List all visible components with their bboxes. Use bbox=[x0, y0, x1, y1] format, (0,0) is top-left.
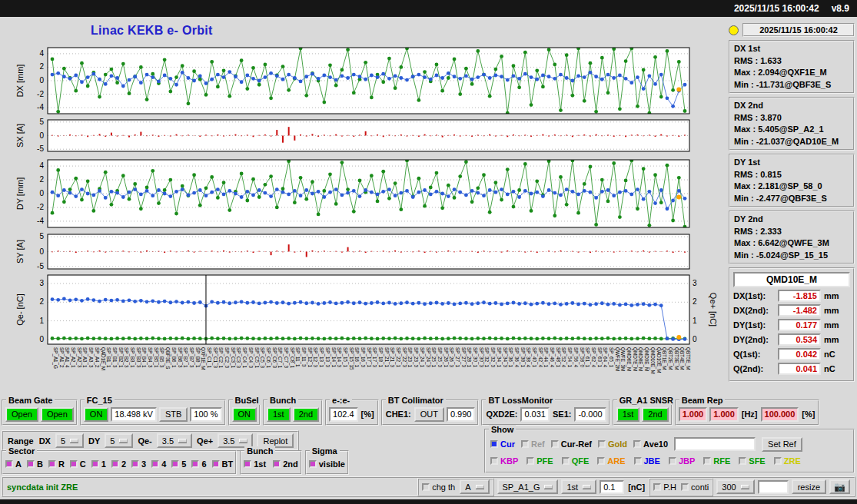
range-dx-select[interactable]: 5 bbox=[55, 433, 84, 448]
beam-rep-field-3: 100.000 bbox=[761, 407, 799, 422]
gr-a1-2nd-button[interactable]: 2nd bbox=[642, 407, 668, 422]
checkbox-box bbox=[27, 460, 35, 468]
checkbox-label: B bbox=[37, 459, 43, 469]
checkbox-box bbox=[422, 483, 430, 491]
sector-3-checkbox[interactable]: 3 bbox=[131, 459, 146, 469]
region-jbe-checkbox[interactable]: JBE bbox=[634, 456, 660, 466]
beam-rep-legend: Beam Rep bbox=[679, 396, 726, 405]
svg-text:SX [A]: SX [A] bbox=[15, 124, 25, 148]
show-ave10-checkbox[interactable]: Ave10 bbox=[633, 439, 668, 449]
threshold-input[interactable] bbox=[600, 480, 624, 494]
svg-text:SP_54_1: SP_54_1 bbox=[566, 347, 573, 367]
set-ref-button[interactable]: Set Ref bbox=[762, 437, 802, 452]
show-cur-ref-checkbox[interactable]: Cur-Ref bbox=[551, 439, 592, 449]
fc15-on-button[interactable]: ON bbox=[84, 407, 109, 422]
svg-text:SP_B2_1: SP_B2_1 bbox=[118, 347, 124, 368]
region-sfe-checkbox[interactable]: SFE bbox=[739, 456, 765, 466]
beam-rep-field-1: 1.000 bbox=[679, 407, 708, 422]
monitor-row: DY(1st):0.177mm bbox=[733, 319, 850, 331]
sector-legend: Sector bbox=[6, 446, 37, 456]
bunch-2nd-checkbox[interactable]: 2nd bbox=[273, 459, 298, 469]
checkbox-label: JBP bbox=[679, 456, 695, 466]
checkbox-box bbox=[634, 457, 642, 465]
region-zre-checkbox[interactable]: ZRE bbox=[774, 456, 801, 466]
svg-text:SP_26_1: SP_26_1 bbox=[443, 347, 449, 367]
svg-text:SP_25_3: SP_25_3 bbox=[437, 347, 443, 367]
svg-text:QMD6E_M: QMD6E_M bbox=[626, 347, 632, 371]
sector-4-checkbox[interactable]: 4 bbox=[151, 459, 166, 469]
svg-text:SP_64_4: SP_64_4 bbox=[602, 347, 608, 367]
bunch-number-select[interactable]: 1st bbox=[561, 479, 596, 494]
ref-name-input[interactable] bbox=[674, 437, 756, 451]
region-are-checkbox[interactable]: ARE bbox=[597, 456, 625, 466]
svg-text:4: 4 bbox=[39, 161, 44, 170]
sector-b-checkbox[interactable]: B bbox=[27, 459, 43, 469]
che1-label: CHE1: bbox=[385, 410, 412, 419]
svg-text:SP_12_1: SP_12_1 bbox=[307, 347, 313, 367]
checkbox-label: 1st bbox=[254, 459, 266, 469]
resize-button[interactable]: resize bbox=[792, 479, 826, 494]
sector-6-checkbox[interactable]: 6 bbox=[191, 459, 206, 469]
sector-5-checkbox[interactable]: 5 bbox=[171, 459, 186, 469]
window-titlebar: 2025/11/15 16:00:42 v8.9 bbox=[0, 0, 857, 17]
sector-2-checkbox[interactable]: 2 bbox=[111, 459, 126, 469]
bunch-1st-checkbox[interactable]: 1st bbox=[244, 459, 266, 469]
svg-text:SP_32_3: SP_32_3 bbox=[490, 347, 496, 367]
svg-text:SP_14_3: SP_14_3 bbox=[336, 347, 342, 367]
bt-collimator-group: BT Collimator CHE1: OUT 0.990 bbox=[381, 400, 480, 426]
region-rfe-checkbox[interactable]: RFE bbox=[703, 456, 730, 466]
checkbox-box bbox=[70, 460, 78, 468]
region-kbp-checkbox[interactable]: KBP bbox=[490, 456, 518, 466]
monitor-row: DX(2nd):-1.482mm bbox=[733, 304, 850, 317]
bunch-1st-button[interactable]: 1st bbox=[267, 407, 291, 422]
ph-checkbox[interactable]: P.H bbox=[653, 482, 676, 492]
che1-out-button[interactable]: OUT bbox=[414, 407, 444, 422]
sigma-visible-checkbox[interactable]: visible bbox=[309, 459, 345, 469]
bunch-2nd-button[interactable]: 2nd bbox=[293, 407, 319, 422]
status-message: syncdata init ZRE bbox=[7, 482, 78, 492]
svg-text:SP_30_3: SP_30_3 bbox=[478, 347, 484, 367]
conti-checkbox[interactable]: conti bbox=[681, 482, 709, 492]
svg-text:1: 1 bbox=[693, 317, 697, 325]
sector-r-checkbox[interactable]: R bbox=[48, 459, 65, 469]
beam-gate-open-button-1[interactable]: Open bbox=[5, 407, 38, 422]
stat-rms: RMS : 2.333 bbox=[734, 226, 849, 238]
show-cur-checkbox[interactable]: Cur bbox=[490, 439, 515, 449]
show-ref-checkbox[interactable]: Ref bbox=[521, 439, 545, 449]
points-select[interactable]: 300 bbox=[716, 479, 754, 494]
fc15-stb-button[interactable]: STB bbox=[159, 407, 188, 422]
show-gold-checkbox[interactable]: Gold bbox=[598, 439, 627, 449]
region-jbp-checkbox[interactable]: JBP bbox=[669, 456, 695, 466]
region-qfe-checkbox[interactable]: QFE bbox=[562, 456, 590, 466]
stats-panel: 2025/11/15 16:00:42 DX 1st RMS : 1.633 M… bbox=[729, 23, 855, 382]
show-group: Show CurRefCur-RefGoldAve10 Set Ref KBPP… bbox=[484, 429, 855, 473]
svg-text:2: 2 bbox=[693, 297, 697, 306]
svg-text:SP_11_3: SP_11_3 bbox=[301, 347, 307, 367]
sector-a-checkbox[interactable]: A bbox=[5, 459, 22, 469]
checkbox-box bbox=[171, 460, 179, 468]
sector-bt-checkbox[interactable]: BT bbox=[212, 459, 234, 469]
ee-ratio-group: e-:e- 102.4 [%] bbox=[325, 400, 379, 426]
channel-select[interactable]: A bbox=[460, 479, 489, 494]
che1-value-field: 0.990 bbox=[447, 407, 476, 422]
busel-on-button[interactable]: ON bbox=[232, 407, 257, 422]
select-value: 3.5 bbox=[223, 436, 234, 446]
beam-gate-open-button-2[interactable]: Open bbox=[41, 407, 74, 422]
chg-th-checkbox[interactable]: chg th bbox=[422, 482, 455, 492]
region-pfe-checkbox[interactable]: PFE bbox=[526, 456, 553, 466]
sector-1-checkbox[interactable]: 1 bbox=[91, 459, 106, 469]
svg-text:SP_38_1: SP_38_1 bbox=[520, 347, 526, 367]
checkbox-box bbox=[653, 483, 661, 491]
extra-input[interactable] bbox=[758, 480, 789, 494]
camera-button[interactable]: 📷 bbox=[829, 479, 850, 494]
svg-text:1: 1 bbox=[39, 317, 44, 325]
device-select[interactable]: SP_A1_G bbox=[497, 479, 559, 494]
range-qem-select[interactable]: 3.5 bbox=[157, 433, 192, 448]
gr-a1-1st-button[interactable]: 1st bbox=[616, 407, 640, 422]
range-dy-select[interactable]: 5 bbox=[105, 433, 133, 448]
selected-monitor-box: QMD10E_M DX(1st):-1.815mm DX(2nd):-1.482… bbox=[729, 267, 855, 382]
checkbox-label: Ave10 bbox=[643, 439, 668, 449]
sector-c-checkbox[interactable]: C bbox=[70, 459, 86, 469]
monitor-unit: mm bbox=[824, 291, 839, 300]
checkbox-label: SFE bbox=[749, 456, 765, 466]
